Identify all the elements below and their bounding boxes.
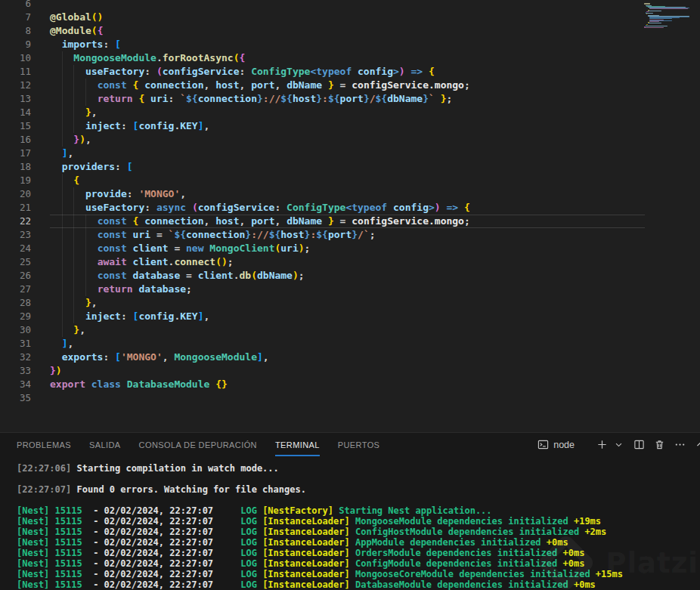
line-number[interactable]: 31 <box>0 337 31 351</box>
line-number[interactable]: 16 <box>0 133 31 147</box>
token: ${ <box>328 93 340 104</box>
split-terminal-button[interactable] <box>633 439 645 451</box>
line-number[interactable]: 9 <box>0 38 31 51</box>
code-line[interactable]: 25 await client.connect(); <box>0 255 700 269</box>
line-number[interactable]: 28 <box>0 296 31 310</box>
code-line[interactable]: 16 }), <box>0 133 700 147</box>
line-number[interactable]: 19 <box>0 174 31 187</box>
code-line[interactable]: 8@Module({ <box>0 24 700 38</box>
code-line[interactable]: 34export class DatabaseModule {} <box>0 378 700 391</box>
line-number[interactable]: 26 <box>0 269 31 283</box>
token: , <box>163 351 169 363</box>
token: ) <box>79 134 85 145</box>
line-number[interactable]: 20 <box>0 187 31 201</box>
code-line[interactable]: 18 providers: [ <box>0 160 700 174</box>
panel-tab-consola-de-depuraci-n[interactable]: CONSOLA DE DEPURACIÓN <box>130 433 266 456</box>
code-line[interactable]: 23 const uri = `${connection}://${host}:… <box>0 228 700 242</box>
code-editor[interactable]: 67@Global()8@Module({9 imports: [10 Mong… <box>0 0 700 432</box>
line-number[interactable]: 7 <box>0 11 31 24</box>
line-number[interactable]: 22 <box>0 215 31 228</box>
new-terminal-button[interactable] <box>596 439 608 451</box>
code-line[interactable]: 22 const { connection, host, port, dbNam… <box>0 215 700 228</box>
line-number[interactable]: 30 <box>0 323 31 337</box>
kill-terminal-trash-button[interactable] <box>653 439 665 451</box>
token: typeof <box>352 202 387 213</box>
code-line[interactable]: 35 <box>0 391 700 405</box>
token: host <box>215 215 239 227</box>
terminal-token: +19ms <box>574 516 601 527</box>
line-number[interactable]: 34 <box>0 378 31 391</box>
terminal-output[interactable]: [22:27:06] Starting compilation in watch… <box>0 456 700 590</box>
code-line[interactable]: 15 inject: [config.KEY], <box>0 119 700 133</box>
panel-tab-problemas[interactable]: PROBLEMAS <box>8 433 80 456</box>
token: , <box>204 120 210 131</box>
minimap[interactable] <box>644 2 694 29</box>
code-line[interactable]: 30 }, <box>0 323 700 337</box>
code-line[interactable]: 7@Global() <box>0 11 700 24</box>
panel-tab-salida[interactable]: SALIDA <box>80 433 130 456</box>
terminal-shell-label[interactable]: node <box>553 440 575 450</box>
code-line-text: @Module({ <box>50 24 645 38</box>
line-number[interactable]: 35 <box>0 391 31 405</box>
code-line[interactable]: 20 provide: 'MONGO', <box>0 187 700 201</box>
code-line[interactable]: 31 ], <box>0 337 700 351</box>
code-line-text: @Global() <box>50 11 645 24</box>
line-number[interactable]: 12 <box>0 79 31 92</box>
terminal-token: OrdersModule dependencies initialized <box>355 548 563 558</box>
line-number[interactable]: 23 <box>0 228 31 242</box>
code-line[interactable]: 11 useFactory: (configService: ConfigTyp… <box>0 65 700 79</box>
code-line[interactable]: 26 const database = client.db(dbName); <box>0 269 700 283</box>
indent-guide <box>62 174 63 187</box>
token: typeof <box>316 66 352 77</box>
terminal-token: - 02/02/2024, 22:27:07 <box>82 569 241 579</box>
terminal-dropdown-chevron-icon[interactable] <box>612 439 624 451</box>
line-number[interactable]: 11 <box>0 65 31 79</box>
line-number[interactable]: 27 <box>0 283 31 296</box>
line-number[interactable]: 8 <box>0 24 31 38</box>
line-number[interactable]: 17 <box>0 147 31 160</box>
line-number[interactable]: 18 <box>0 160 31 174</box>
token: connection <box>186 229 245 240</box>
line-number[interactable]: 33 <box>0 364 31 378</box>
token: ; <box>464 215 470 227</box>
panel-tab-terminal[interactable]: TERMINAL <box>266 433 329 456</box>
line-number[interactable]: 32 <box>0 351 31 364</box>
terminal-line: [22:27:07] Found 0 errors. Watching for … <box>17 484 700 495</box>
code-line[interactable]: 29 inject: [config.KEY], <box>0 310 700 323</box>
indent-guide <box>73 79 74 92</box>
code-line[interactable]: 21 useFactory: async (configService: Con… <box>0 201 700 215</box>
line-number[interactable]: 6 <box>0 0 31 11</box>
code-line[interactable]: 12 const { connection, host, port, dbNam… <box>0 79 700 92</box>
code-line[interactable]: 24 const client = new MongoClient(uri); <box>0 242 700 255</box>
code-line[interactable]: 33}) <box>0 364 700 378</box>
line-number[interactable]: 24 <box>0 242 31 255</box>
more-actions-ellipsis-button[interactable] <box>674 439 686 451</box>
line-number[interactable]: 13 <box>0 92 31 106</box>
line-number[interactable]: 15 <box>0 119 31 133</box>
code-line[interactable]: 6 <box>0 0 700 11</box>
code-line[interactable]: 32 exports: ['MONGO', MongooseModule], <box>0 351 700 364</box>
line-number[interactable]: 21 <box>0 201 31 215</box>
line-number[interactable]: 10 <box>0 51 31 65</box>
code-line[interactable]: 10 MongooseModule.forRootAsync({ <box>0 51 700 65</box>
line-number[interactable]: 25 <box>0 255 31 269</box>
terminal-token: [InstanceLoader] <box>262 558 355 569</box>
code-line[interactable]: 13 return { uri: `${connection}://${host… <box>0 92 700 106</box>
line-number[interactable]: 14 <box>0 106 31 119</box>
token: DatabaseModule <box>127 378 210 390</box>
code-line[interactable]: 9 imports: [ <box>0 38 700 51</box>
line-number[interactable]: 29 <box>0 310 31 323</box>
code-line[interactable]: 17 ], <box>0 147 700 160</box>
code-line[interactable]: 19 { <box>0 174 700 187</box>
panel-tab-puertos[interactable]: PUERTOS <box>329 433 389 456</box>
maximize-panel-chevron-up-button[interactable] <box>694 439 700 451</box>
token <box>387 202 393 213</box>
token <box>127 229 133 240</box>
token: ) <box>293 270 299 281</box>
token: async <box>156 202 186 213</box>
code-line[interactable]: 14 }, <box>0 106 700 119</box>
token: database <box>133 270 181 281</box>
terminal-token: [22:27:06] <box>17 463 76 474</box>
code-line[interactable]: 28 }, <box>0 296 700 310</box>
code-line[interactable]: 27 return database; <box>0 283 700 296</box>
